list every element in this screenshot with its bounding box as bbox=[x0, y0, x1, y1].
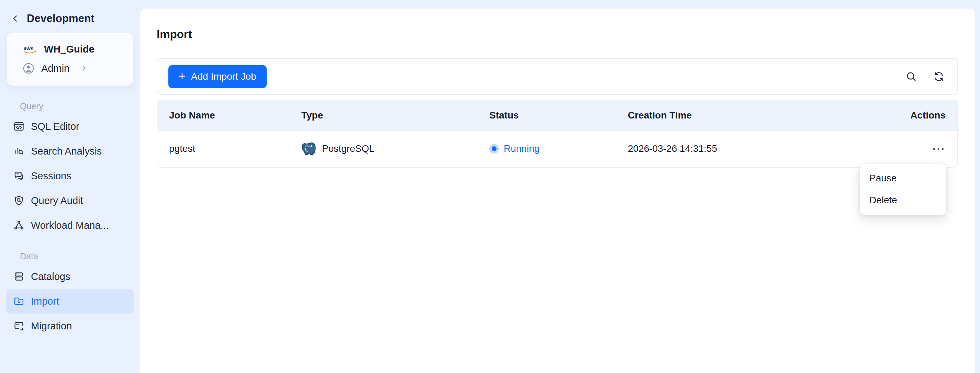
postgresql-icon bbox=[301, 141, 317, 156]
import-icon bbox=[13, 295, 25, 307]
catalogs-icon bbox=[13, 271, 25, 283]
column-header-actions: Actions bbox=[897, 110, 946, 121]
user-selector[interactable]: Admin bbox=[8, 59, 133, 78]
sidebar-item-migration[interactable]: Migration bbox=[6, 314, 134, 338]
sidebar-item-workload-management[interactable]: Workload Mana... bbox=[6, 213, 134, 238]
back-button[interactable] bbox=[10, 13, 21, 24]
page-title: Import bbox=[157, 28, 958, 41]
import-jobs-table: Job Name Type Status Creation Time Actio… bbox=[157, 100, 958, 168]
status-cell: Running bbox=[489, 143, 628, 154]
user-role: Admin bbox=[41, 63, 69, 74]
refresh-icon bbox=[933, 71, 945, 83]
sidebar-item-search-analysis[interactable]: Search Analysis bbox=[6, 139, 134, 163]
workspace-card: aws WH_Guide Admin bbox=[7, 33, 133, 86]
menu-item-pause[interactable]: Pause bbox=[860, 167, 946, 189]
menu-item-delete[interactable]: Delete bbox=[860, 189, 946, 211]
job-name-cell: pgtest bbox=[169, 143, 301, 154]
sessions-icon bbox=[13, 170, 25, 182]
toolbar-icons bbox=[905, 70, 945, 83]
warehouse-name: WH_Guide bbox=[44, 44, 94, 55]
search-analysis-icon bbox=[13, 145, 25, 157]
sidebar-item-sessions[interactable]: Sessions bbox=[6, 163, 134, 188]
query-audit-icon bbox=[13, 195, 25, 206]
plus-icon: + bbox=[179, 70, 186, 82]
type-label: PostgreSQL bbox=[322, 143, 375, 154]
chevron-left-icon bbox=[11, 14, 20, 23]
actions-cell: ⋯ bbox=[897, 142, 946, 156]
sidebar-item-label: Workload Mana... bbox=[31, 220, 109, 231]
workspace-group-title: Development bbox=[27, 13, 94, 25]
column-header-creation-time: Creation Time bbox=[628, 110, 897, 121]
sidebar-item-label: Import bbox=[31, 296, 59, 307]
sidebar-item-import[interactable]: Import bbox=[6, 289, 134, 314]
sidebar-item-label: Sessions bbox=[31, 170, 72, 182]
toolbar: + Add Import Job bbox=[157, 58, 958, 95]
search-button[interactable] bbox=[905, 70, 918, 83]
svg-text:aws: aws bbox=[24, 45, 34, 51]
sidebar-item-label: Catalogs bbox=[31, 271, 70, 283]
table-header-row: Job Name Type Status Creation Time Actio… bbox=[158, 100, 957, 130]
main-panel: Import + Add Import Job bbox=[140, 9, 975, 373]
status-badge: Running bbox=[504, 143, 539, 154]
add-import-job-button[interactable]: + Add Import Job bbox=[169, 65, 267, 88]
section-label-data: Data bbox=[20, 251, 140, 261]
section-label-query: Query bbox=[20, 101, 140, 111]
workload-management-icon bbox=[13, 219, 25, 231]
sidebar-item-label: Migration bbox=[31, 321, 72, 332]
sidebar-item-catalogs[interactable]: Catalogs bbox=[6, 264, 134, 289]
search-icon bbox=[905, 71, 917, 83]
sidebar-item-query-audit[interactable]: Query Audit bbox=[6, 188, 134, 213]
aws-logo-icon: aws bbox=[23, 44, 37, 54]
type-cell: PostgreSQL bbox=[301, 141, 489, 156]
sidebar-header: Development bbox=[0, 0, 140, 25]
sidebar: Development aws WH_Guide Admin bbox=[0, 0, 140, 373]
creation-time-cell: 2026-03-26 14:31:55 bbox=[628, 143, 897, 154]
column-header-type: Type bbox=[301, 110, 489, 121]
migration-icon bbox=[13, 320, 25, 332]
column-header-status: Status bbox=[489, 110, 628, 121]
sidebar-item-label: SQL Editor bbox=[31, 121, 80, 132]
refresh-button[interactable] bbox=[932, 70, 945, 83]
sidebar-item-label: Query Audit bbox=[31, 195, 83, 206]
sql-editor-icon bbox=[13, 121, 25, 132]
sidebar-item-sql-editor[interactable]: SQL Editor bbox=[6, 114, 134, 139]
column-header-job-name: Job Name bbox=[169, 110, 301, 121]
table-row[interactable]: pgtest PostgreSQL Running 2026-03-26 14:… bbox=[158, 130, 957, 167]
sidebar-item-label: Search Analysis bbox=[31, 146, 102, 157]
user-icon bbox=[23, 62, 34, 74]
row-actions-menu: Pause Delete bbox=[860, 164, 946, 215]
row-actions-button[interactable]: ⋯ bbox=[932, 142, 946, 155]
add-import-job-label: Add Import Job bbox=[191, 71, 256, 82]
warehouse-selector[interactable]: aws WH_Guide bbox=[8, 40, 133, 59]
status-dot bbox=[489, 144, 499, 154]
chevron-right-icon bbox=[80, 64, 88, 73]
